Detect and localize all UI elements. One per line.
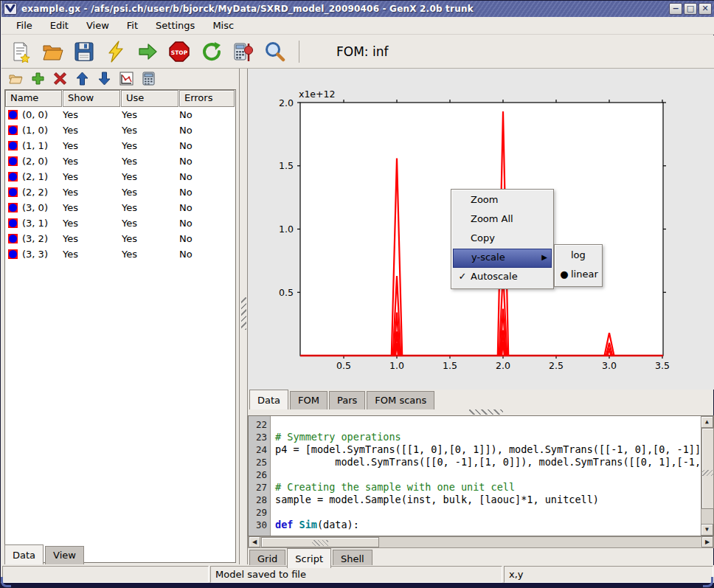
line-number: 30 bbox=[249, 519, 267, 531]
tab-data[interactable]: Data bbox=[4, 544, 44, 564]
column-header-use[interactable]: Use bbox=[121, 90, 178, 107]
code-line bbox=[275, 506, 701, 519]
code-token: (data): bbox=[317, 519, 359, 530]
context-menu: ZoomZoom AllCopyy-scale▶✓Autoscale bbox=[451, 189, 554, 289]
close-button[interactable]: ✕ bbox=[699, 3, 712, 15]
simulate-icon[interactable] bbox=[134, 38, 161, 65]
cell-errors: No bbox=[179, 187, 193, 198]
table-row[interactable]: (3, 3)YesYesNo bbox=[5, 246, 235, 262]
menu-settings[interactable]: Settings bbox=[147, 18, 204, 33]
plot-data-icon[interactable] bbox=[118, 71, 134, 87]
context-item-copy[interactable]: Copy bbox=[453, 229, 552, 249]
cell-errors: No bbox=[179, 125, 193, 136]
table-row[interactable]: (1, 1)YesYesNo bbox=[5, 138, 235, 153]
column-header-name[interactable]: Name bbox=[5, 90, 62, 107]
svg-text:3.0: 3.0 bbox=[602, 360, 617, 371]
editor-tab-script[interactable]: Script bbox=[287, 548, 331, 568]
cell-show: Yes bbox=[63, 156, 122, 167]
menu-edit[interactable]: Edit bbox=[41, 18, 77, 33]
table-row[interactable]: (0, 0)YesYesNo bbox=[5, 107, 235, 122]
new-model-icon[interactable] bbox=[7, 38, 34, 65]
table-row[interactable]: (1, 0)YesYesNo bbox=[5, 122, 235, 138]
dataset-color-icon bbox=[8, 125, 18, 135]
menu-file[interactable]: File bbox=[7, 18, 41, 33]
svg-text:1.0: 1.0 bbox=[279, 224, 294, 235]
plot-tab-pars[interactable]: Pars bbox=[329, 391, 365, 409]
editor-vertical-scrollbar[interactable]: ▲ ▼ bbox=[701, 416, 713, 536]
data-toolbar bbox=[1, 69, 239, 89]
svg-text:0.5: 0.5 bbox=[336, 360, 351, 371]
vertical-splitter[interactable] bbox=[239, 69, 248, 564]
horizontal-splitter-grip-icon[interactable] bbox=[469, 409, 503, 415]
maximize-button[interactable]: □ bbox=[684, 3, 697, 15]
context-item-zoom-all[interactable]: Zoom All bbox=[453, 210, 552, 229]
context-item-label: Zoom bbox=[471, 194, 498, 205]
script-editor[interactable]: 222324252627282930 # Symmetry operations… bbox=[248, 415, 714, 536]
vertical-scroll-thumb[interactable] bbox=[701, 428, 714, 509]
import-data-icon[interactable] bbox=[7, 71, 24, 87]
genx-app-icon bbox=[4, 3, 17, 15]
cell-use: Yes bbox=[122, 125, 179, 136]
svg-text:STOP: STOP bbox=[171, 49, 188, 56]
context-item-label: y-scale bbox=[471, 252, 505, 263]
code-area[interactable]: # Symmetry operationsp4 = [model.SymTran… bbox=[271, 416, 701, 536]
menu-misc[interactable]: Misc bbox=[204, 18, 243, 33]
restart-fit-icon[interactable] bbox=[198, 38, 224, 65]
start-fit-icon[interactable] bbox=[103, 38, 129, 65]
cell-show: Yes bbox=[63, 171, 122, 182]
table-row[interactable]: (3, 2)YesYesNo bbox=[5, 231, 235, 246]
calculations-icon[interactable] bbox=[140, 71, 156, 87]
dataset-color-icon bbox=[8, 141, 18, 151]
dataset-color-icon bbox=[8, 203, 18, 212]
line-number: 26 bbox=[249, 468, 267, 481]
code-line: sample = model.Sample(inst, bulk, [laouc… bbox=[275, 494, 701, 506]
table-row[interactable]: (2, 0)YesYesNo bbox=[5, 153, 235, 169]
svg-text:1.5: 1.5 bbox=[279, 160, 294, 171]
scroll-left-icon[interactable]: ◀ bbox=[249, 536, 260, 547]
table-row[interactable]: (3, 1)YesYesNo bbox=[5, 215, 235, 231]
calc-fom-icon[interactable] bbox=[229, 38, 256, 65]
check-mark-icon: ✓ bbox=[457, 268, 468, 286]
context-item-zoom[interactable]: Zoom bbox=[453, 191, 552, 210]
minimize-button[interactable]: − bbox=[669, 3, 682, 15]
submenu-item-linear[interactable]: ●linear bbox=[556, 266, 600, 285]
column-header-errors[interactable]: Errors bbox=[179, 90, 235, 107]
horizontal-scroll-thumb[interactable] bbox=[261, 537, 379, 547]
move-up-icon[interactable] bbox=[74, 71, 90, 87]
save-model-icon[interactable] bbox=[71, 38, 97, 65]
move-down-icon[interactable] bbox=[96, 71, 112, 87]
context-item-label: Zoom All bbox=[471, 213, 513, 224]
stop-fit-icon[interactable]: STOP bbox=[166, 38, 193, 65]
tab-view[interactable]: View bbox=[45, 546, 84, 564]
table-row[interactable]: (2, 2)YesYesNo bbox=[5, 184, 235, 200]
table-row[interactable]: (2, 1)YesYesNo bbox=[5, 169, 235, 184]
code-line: # Symmetry operations bbox=[275, 431, 701, 443]
plot-tab-fom-scans[interactable]: FOM scans bbox=[367, 391, 434, 409]
scroll-down-icon[interactable]: ▼ bbox=[701, 524, 713, 536]
dataset-color-icon bbox=[8, 249, 18, 259]
table-row[interactable]: (3, 0)YesYesNo bbox=[5, 200, 235, 215]
plot-tab-fom[interactable]: FOM bbox=[290, 391, 327, 409]
open-model-icon[interactable] bbox=[39, 38, 66, 65]
column-header-show[interactable]: Show bbox=[63, 90, 120, 107]
cell-use: Yes bbox=[122, 202, 179, 213]
menu-fit[interactable]: Fit bbox=[118, 18, 147, 33]
zoom-icon[interactable] bbox=[261, 38, 288, 65]
scroll-right-icon[interactable]: ▶ bbox=[701, 536, 713, 547]
menu-view[interactable]: View bbox=[77, 18, 118, 33]
line-number-gutter: 222324252627282930 bbox=[249, 416, 271, 536]
title-bar[interactable]: example.gx - /afs/psi.ch/user/b/bjorck/M… bbox=[1, 1, 714, 17]
cell-errors: No bbox=[179, 233, 193, 244]
submenu-item-log[interactable]: log bbox=[556, 246, 600, 266]
context-item-y-scale[interactable]: y-scale▶ bbox=[453, 249, 552, 268]
scroll-up-icon[interactable]: ▲ bbox=[701, 416, 713, 428]
cell-show: Yes bbox=[63, 218, 122, 229]
context-item-autoscale[interactable]: ✓Autoscale bbox=[453, 268, 552, 287]
editor-horizontal-scrollbar[interactable]: ◀ ▶ bbox=[248, 536, 714, 548]
cell-errors: No bbox=[179, 202, 193, 213]
svg-text:3.5: 3.5 bbox=[655, 360, 670, 371]
plot-tab-data[interactable]: Data bbox=[249, 390, 288, 409]
left-panel-tabs: DataView bbox=[4, 544, 86, 564]
delete-data-icon[interactable] bbox=[52, 71, 68, 87]
add-data-icon[interactable] bbox=[30, 71, 46, 87]
